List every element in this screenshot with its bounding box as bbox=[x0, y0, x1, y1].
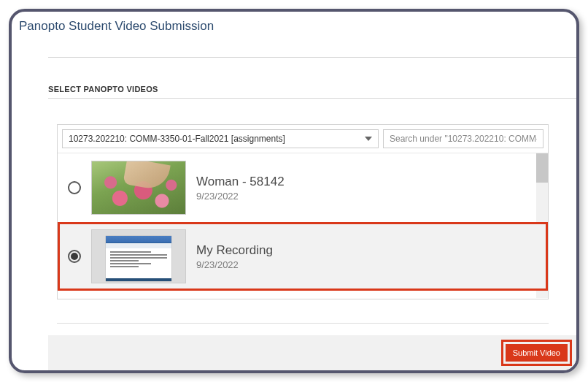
video-date: 9/23/2022 bbox=[196, 191, 532, 202]
video-picker: 10273.202210: COMM-3350-01-Fall2021 [ass… bbox=[57, 124, 549, 299]
video-date: 9/23/2022 bbox=[196, 259, 532, 270]
submit-button[interactable]: Submit Video bbox=[506, 344, 568, 362]
folder-selected-label: 10273.202210: COMM-3350-01-Fall2021 [ass… bbox=[69, 134, 285, 144]
video-meta: Woman - 58142 9/23/2022 bbox=[196, 175, 532, 202]
video-thumbnail bbox=[91, 161, 186, 215]
radio-button[interactable] bbox=[68, 250, 81, 263]
video-row[interactable]: Woman - 58142 9/23/2022 bbox=[58, 153, 548, 222]
video-list: Woman - 58142 9/23/2022 bbox=[58, 153, 548, 298]
search-input[interactable] bbox=[383, 129, 543, 148]
page-title: Panopto Student Video Submission bbox=[12, 12, 576, 38]
video-row[interactable]: My Recording 9/23/2022 bbox=[58, 222, 548, 291]
divider bbox=[48, 57, 576, 58]
picker-toolbar: 10273.202210: COMM-3350-01-Fall2021 [ass… bbox=[58, 125, 548, 153]
video-title: My Recording bbox=[196, 243, 532, 258]
divider bbox=[57, 323, 549, 324]
footer-bar: Submit Video bbox=[48, 335, 576, 370]
folder-select[interactable]: 10273.202210: COMM-3350-01-Fall2021 [ass… bbox=[62, 129, 379, 148]
divider bbox=[48, 98, 576, 99]
submit-highlight: Submit Video bbox=[501, 340, 572, 366]
video-title: Woman - 58142 bbox=[196, 175, 532, 189]
section-header: SELECT PANOPTO VIDEOS bbox=[48, 85, 158, 93]
app-window: Panopto Student Video Submission SELECT … bbox=[9, 9, 579, 373]
video-thumbnail bbox=[91, 229, 186, 283]
chevron-down-icon bbox=[365, 137, 372, 141]
radio-button[interactable] bbox=[68, 181, 81, 194]
video-meta: My Recording 9/23/2022 bbox=[196, 243, 532, 270]
